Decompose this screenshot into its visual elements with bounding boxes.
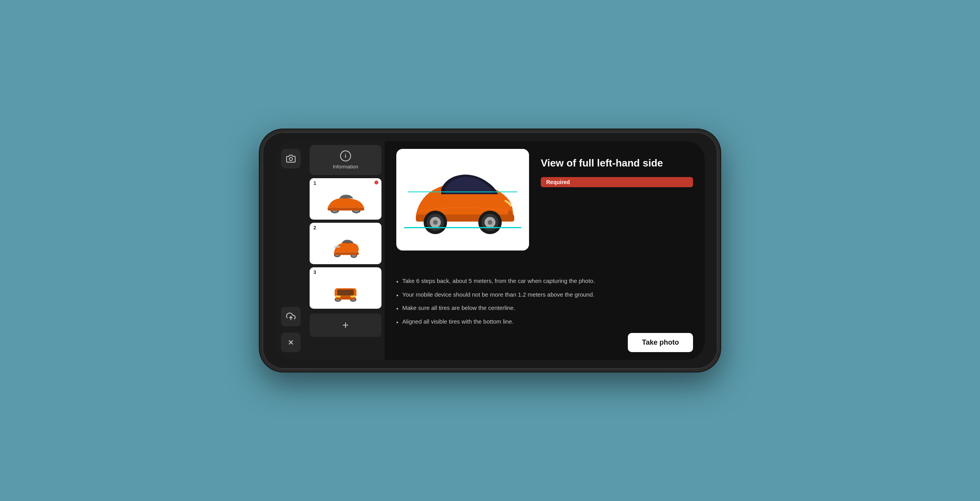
- bottom-bar: Take photo: [396, 327, 693, 352]
- svg-rect-19: [337, 290, 354, 295]
- info-panel: View of full left-hand side Required: [541, 149, 693, 267]
- middle-panel: i Information 1: [306, 141, 385, 360]
- close-icon: [287, 338, 295, 346]
- thumb-car-area-3: [313, 277, 378, 306]
- instruction-text-1: Take 6 steps back, about 5 meters, from …: [402, 277, 595, 286]
- guide-line-top: [408, 191, 517, 192]
- upload-icon: [286, 312, 296, 321]
- info-tab-icon: i: [340, 150, 351, 161]
- add-photo-button[interactable]: +: [310, 313, 381, 337]
- svg-rect-21: [335, 295, 341, 297]
- thumb-car-area-1: [313, 188, 378, 217]
- instruction-item-2: • Your mobile device should not be more …: [396, 290, 693, 300]
- svg-point-27: [433, 220, 438, 225]
- thumb-dot-1: [374, 181, 378, 184]
- thumbnail-3[interactable]: 3: [310, 267, 381, 309]
- preview-card: [396, 149, 529, 250]
- content-top: View of full left-hand side Required: [396, 149, 693, 267]
- preview-car-container: [396, 149, 529, 250]
- thumbnail-1[interactable]: 1: [310, 178, 381, 220]
- instruction-item-4: • Aligned all visible tires with the bot…: [396, 317, 693, 327]
- car-side-icon: [324, 192, 367, 213]
- svg-rect-13: [334, 252, 358, 255]
- left-toolbar: [275, 141, 306, 360]
- thumb-car-area-2: [313, 233, 378, 261]
- instruction-text-2: Your mobile device should not be more th…: [402, 290, 594, 299]
- thumbnail-2[interactable]: 2: [310, 223, 381, 264]
- instruction-text-4: Aligned all visible tires with the botto…: [402, 317, 513, 326]
- svg-point-0: [289, 157, 292, 161]
- thumb-number-1: 1: [314, 181, 316, 186]
- required-badge: Required: [541, 177, 693, 187]
- camera-toolbar-button[interactable]: [281, 149, 301, 168]
- take-photo-button[interactable]: Take photo: [628, 333, 693, 352]
- info-tab-label: Information: [333, 164, 358, 170]
- instruction-text-3: Make sure all tires are below the center…: [402, 304, 515, 313]
- close-toolbar-button[interactable]: [281, 333, 301, 352]
- view-title: View of full left-hand side: [541, 157, 693, 170]
- bullet-1: •: [396, 277, 398, 286]
- camera-icon: [286, 154, 296, 163]
- svg-point-31: [488, 220, 492, 225]
- phone-screen: i Information 1: [275, 141, 705, 360]
- instructions-list: • Take 6 steps back, about 5 meters, fro…: [396, 277, 693, 327]
- main-preview-car-icon: [406, 165, 519, 235]
- upload-toolbar-button[interactable]: [281, 307, 301, 326]
- instruction-item-1: • Take 6 steps back, about 5 meters, fro…: [396, 277, 693, 286]
- thumb-number-2: 2: [314, 225, 316, 231]
- guide-line-bottom: [404, 227, 521, 228]
- info-tab[interactable]: i Information: [310, 145, 381, 175]
- bullet-4: •: [396, 318, 398, 327]
- svg-rect-8: [328, 208, 364, 210]
- car-front-angle-icon: [328, 236, 363, 258]
- instruction-item-3: • Make sure all tires are below the cent…: [396, 304, 693, 313]
- svg-rect-22: [351, 295, 356, 297]
- bullet-2: •: [396, 291, 398, 300]
- main-content: View of full left-hand side Required • T…: [385, 141, 705, 360]
- bullet-3: •: [396, 304, 398, 313]
- phone-frame: i Information 1: [260, 129, 720, 372]
- car-rear-icon: [330, 281, 361, 302]
- thumb-number-3: 3: [314, 270, 316, 275]
- add-icon: +: [342, 319, 349, 331]
